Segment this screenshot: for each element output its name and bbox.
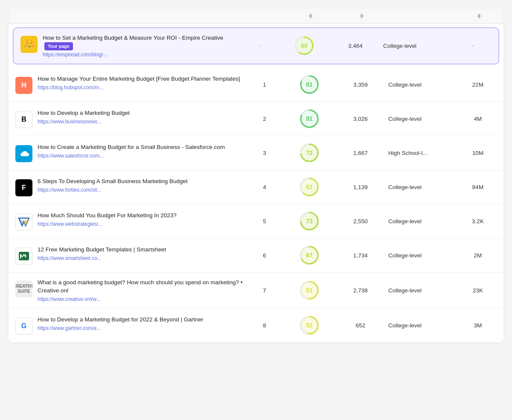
- table-row: How Much Should You Budget For Marketing…: [9, 204, 503, 239]
- traffic-cell: 4M: [452, 110, 503, 128]
- table-row: 👑 How to Set a Marketing Budget & Measur…: [13, 27, 499, 64]
- word-count-value: 3,464: [348, 43, 363, 49]
- page-info-cell: How to Create a Marketing Budget for a S…: [9, 137, 247, 168]
- position-value: 8: [263, 322, 266, 329]
- page-title: How to Develop a Marketing Budget: [38, 109, 243, 117]
- page-url[interactable]: https://blog.hubspot.com/m...: [38, 85, 243, 90]
- pos-cell: -: [242, 36, 276, 55]
- readability-cell: College-level: [384, 281, 452, 300]
- table-row: F 6 Steps To Developing A Small Business…: [9, 170, 503, 204]
- wordcount-cell: 2,738: [337, 281, 384, 300]
- sort-arrows-wordcount[interactable]: [360, 14, 364, 18]
- readability-value: College-level: [388, 82, 422, 88]
- page-url[interactable]: https://empiread.com/blog/...: [43, 52, 238, 58]
- score-cell: 81: [282, 69, 337, 100]
- wordcount-cell: 1,734: [337, 246, 384, 265]
- site-logo: CREATIVESUITE: [15, 280, 32, 298]
- position-value: 5: [263, 218, 266, 225]
- score-cell: 60: [276, 30, 332, 61]
- traffic-value: 2M: [474, 252, 482, 259]
- page-title: 6 Steps To Developing A Small Business M…: [38, 178, 243, 186]
- readability-cell: College-level: [379, 37, 447, 55]
- traffic-cell: 2M: [452, 246, 503, 265]
- traffic-value: 10M: [472, 150, 483, 156]
- page-url[interactable]: https://www.smartsheet.co...: [38, 255, 243, 261]
- position-value: -: [259, 42, 261, 49]
- header-col-pos: [247, 9, 282, 23]
- page-title: How to Create a Marketing Budget for a S…: [38, 143, 243, 152]
- word-count-value: 1,734: [353, 252, 368, 259]
- position-value: 4: [263, 184, 266, 190]
- page-url[interactable]: https://www.webstrategiesi...: [38, 221, 243, 227]
- readability-value: College-level: [383, 43, 416, 49]
- page-url[interactable]: https://www.creative.onl/w...: [38, 296, 243, 302]
- page-url[interactable]: https://www.salesforce.com...: [38, 153, 243, 159]
- wordcount-cell: 652: [337, 316, 384, 335]
- table-row: 12 Free Marketing Budget Templates | Sma…: [9, 239, 503, 273]
- word-count-value: 2,738: [353, 287, 368, 294]
- page-title: How Much Should You Budget For Marketing…: [38, 212, 243, 220]
- page-url[interactable]: https://www.gartner.com/e...: [38, 325, 243, 331]
- readability-cell: College-level: [384, 212, 452, 230]
- wordcount-cell: 3,464: [332, 37, 379, 55]
- readability-cell: College-level: [384, 76, 452, 94]
- page-info-cell: 12 Free Marketing Budget Templates | Sma…: [9, 240, 247, 271]
- table-row: H How to Manage Your Entire Marketing Bu…: [9, 68, 503, 102]
- readability-value: College-level: [388, 252, 422, 259]
- score-cell: 72: [282, 137, 337, 169]
- readability-value: College-level: [388, 287, 422, 294]
- table-header: [9, 9, 503, 24]
- word-count-value: 3,359: [353, 82, 368, 88]
- readability-cell: College-level: [384, 316, 452, 335]
- traffic-cell: 3M: [452, 316, 503, 335]
- page-info-cell: G How to Develop a Marketing Budget for …: [9, 310, 247, 341]
- comparison-table: 👑 How to Set a Marketing Budget & Measur…: [9, 9, 503, 343]
- readability-value: High School-l...: [388, 150, 428, 156]
- position-value: 7: [263, 287, 266, 294]
- position-value: 2: [263, 116, 266, 122]
- readability-cell: High School-l...: [384, 144, 452, 162]
- page-info-cell: 👑 How to Set a Marketing Budget & Measur…: [14, 28, 242, 64]
- table-body: 👑 How to Set a Marketing Budget & Measur…: [9, 27, 503, 343]
- page-url[interactable]: https://www.businessnews...: [38, 119, 243, 125]
- sort-arrows-score[interactable]: [309, 14, 312, 18]
- table-row: CREATIVESUITE What is a good marketing b…: [9, 273, 503, 309]
- sort-arrows-traffic[interactable]: [477, 14, 481, 18]
- readability-value: College-level: [388, 184, 422, 190]
- page-info-cell: How Much Should You Budget For Marketing…: [9, 206, 247, 236]
- table-row: B How to Develop a Marketing Budget http…: [9, 102, 503, 136]
- site-logo: [15, 248, 32, 265]
- pos-cell: 2: [247, 110, 282, 128]
- page-info-cell: F 6 Steps To Developing A Small Business…: [9, 172, 247, 202]
- score-cell: 73: [282, 205, 337, 237]
- table-row: How to Create a Marketing Budget for a S…: [9, 136, 503, 170]
- traffic-value: 23K: [473, 287, 483, 294]
- position-value: 1: [263, 82, 266, 88]
- header-col-title: [9, 9, 247, 23]
- traffic-value: 84M: [472, 184, 483, 190]
- traffic-cell: 3.2K: [452, 212, 503, 230]
- page-url[interactable]: https://www.forbes.com/sit...: [38, 187, 243, 193]
- traffic-cell: 10M: [452, 144, 503, 162]
- readability-value: College-level: [388, 116, 422, 122]
- word-count-value: 1,139: [353, 184, 368, 190]
- pos-cell: 4: [247, 178, 282, 196]
- header-col-score: [282, 9, 337, 23]
- page-info-cell: H How to Manage Your Entire Marketing Bu…: [9, 69, 247, 100]
- score-cell: 81: [282, 103, 337, 134]
- word-count-value: 3,026: [353, 116, 368, 122]
- page-title: How to Set a Marketing Budget & Measure …: [43, 34, 238, 50]
- readability-value: College-level: [388, 218, 422, 225]
- readability-cell: College-level: [384, 246, 452, 265]
- position-value: 6: [263, 252, 266, 259]
- traffic-value: 22M: [472, 82, 483, 88]
- pos-cell: 5: [247, 212, 282, 230]
- page-title: What is a good marketing budget? How muc…: [38, 279, 243, 295]
- site-logo: G: [15, 318, 32, 335]
- your-page-badge: Your page: [44, 42, 73, 50]
- site-logo: 👑: [20, 36, 38, 53]
- wordcount-cell: 2,550: [337, 212, 384, 230]
- score-cell: 62: [282, 171, 337, 203]
- word-count-value: 2,550: [353, 218, 368, 225]
- table-row: G How to Develop a Marketing Budget for …: [9, 309, 503, 343]
